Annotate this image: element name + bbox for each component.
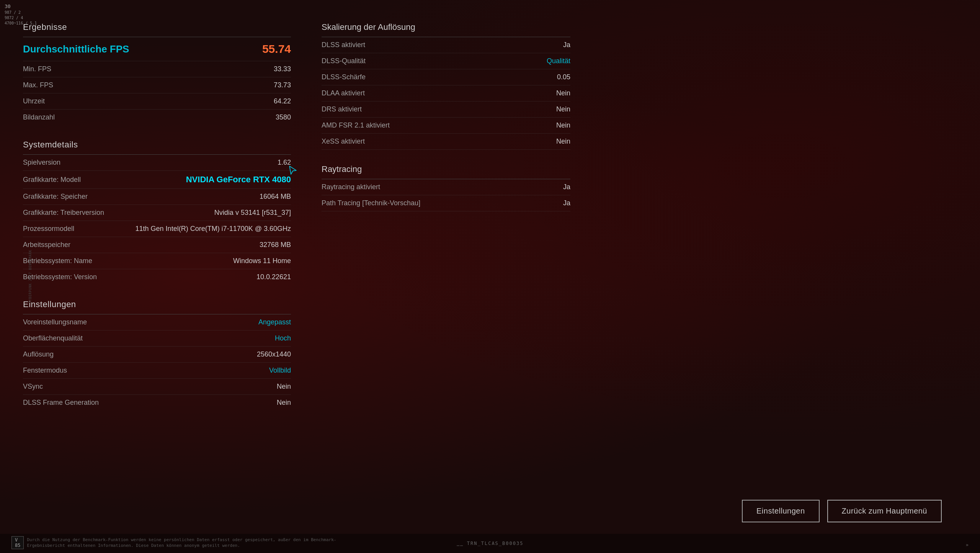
hud-line2: 9872 / 4 bbox=[5, 15, 37, 21]
bildanzahl-label: Bildanzahl bbox=[23, 113, 55, 121]
bildanzahl-value: 3580 bbox=[276, 113, 291, 121]
voreinstellung-value: Angepasst bbox=[258, 318, 291, 326]
resolution-value: 2560x1440 bbox=[257, 350, 291, 358]
os-name-label: Betriebssystem: Name bbox=[23, 257, 92, 265]
os-version-row: Betriebssystem: Version 10.0.22621 bbox=[23, 269, 291, 285]
bildanzahl-row: Bildanzahl 3580 bbox=[23, 110, 291, 125]
bottom-center-id: ⎯⎯ TRN_TLCAS_B00035 bbox=[457, 541, 524, 546]
disclaimer-text: Durch die Nutzung der Benchmark-Funktion… bbox=[27, 537, 371, 549]
os-version-value: 10.0.22621 bbox=[256, 273, 291, 281]
dlss-qualitat-value: Qualität bbox=[547, 57, 570, 65]
dlss-aktiv-value: Ja bbox=[563, 41, 570, 49]
side-decoration-text: CYBERPUNK 2077 BENCHMARK bbox=[29, 250, 32, 303]
fsr-aktiv-label: AMD FSR 2.1 aktiviert bbox=[322, 121, 390, 129]
dlss-frame-gen-label: DLSS Frame Generation bbox=[23, 399, 99, 407]
gpu-model-row: Grafikkarte: Modell NVIDIA GeForce RTX 4… bbox=[23, 171, 291, 189]
ram-label: Arbeitsspeicher bbox=[23, 241, 70, 249]
vsync-value: Nein bbox=[277, 383, 291, 391]
dlss-scharfe-label: DLSS-Schärfe bbox=[322, 73, 366, 81]
os-name-row: Betriebssystem: Name Windows 11 Home bbox=[23, 253, 291, 269]
raytracing-rows: Raytracing aktiviert Ja Path Tracing [Te… bbox=[322, 179, 570, 211]
surface-quality-row: Oberflächenqualität Hoch bbox=[23, 330, 291, 347]
uhrzeit-label: Uhrzeit bbox=[23, 97, 45, 105]
gpu-driver-value: Nvidia v 53141 [r531_37] bbox=[214, 209, 291, 217]
system-rows: Spielversion 1.62 Grafikkarte: Modell NV… bbox=[23, 155, 291, 285]
surface-quality-value: Hoch bbox=[275, 334, 291, 342]
hud-fps: 30 bbox=[5, 3, 37, 10]
dlaa-aktiv-label: DLAA aktiviert bbox=[322, 89, 365, 97]
gpu-model-value: NVIDIA GeForce RTX 4080 bbox=[186, 175, 291, 185]
gpu-mem-row: Grafikkarte: Speicher 16064 MB bbox=[23, 189, 291, 205]
window-mode-row: Fenstermodus Vollbild bbox=[23, 363, 291, 379]
dlss-aktiv-label: DLSS aktiviert bbox=[322, 41, 365, 49]
window-mode-label: Fenstermodus bbox=[23, 366, 67, 375]
surface-quality-label: Oberflächenqualität bbox=[23, 334, 83, 342]
drs-aktiv-row: DRS aktiviert Nein bbox=[322, 101, 570, 118]
avg-fps-label: Durchschnittliche FPS bbox=[23, 43, 129, 55]
einstellungen-header: Einstellungen bbox=[23, 293, 291, 314]
xess-aktiv-row: XeSS aktiviert Nein bbox=[322, 134, 570, 150]
avg-fps-value: 55.74 bbox=[262, 43, 291, 56]
gpu-mem-label: Grafikkarte: Speicher bbox=[23, 193, 88, 201]
gpu-mem-value: 16064 MB bbox=[260, 193, 291, 201]
hud-line1: 987 / 2 bbox=[5, 10, 37, 15]
dlaa-aktiv-row: DLAA aktiviert Nein bbox=[322, 85, 570, 101]
avg-fps-row: Durchschnittliche FPS 55.74 bbox=[23, 37, 291, 61]
dlss-qualitat-row: DLSS-Qualität Qualität bbox=[322, 53, 570, 69]
resolution-row: Auflösung 2560x1440 bbox=[23, 347, 291, 363]
rt-aktiv-label: Raytracing aktiviert bbox=[322, 183, 380, 191]
rt-aktiv-row: Raytracing aktiviert Ja bbox=[322, 179, 570, 195]
dlss-frame-gen-value: Nein bbox=[277, 399, 291, 407]
hud-line3: 4700~116 / 5.1 bbox=[5, 21, 37, 26]
min-fps-value: 33.33 bbox=[274, 65, 291, 73]
ram-row: Arbeitsspeicher 32768 MB bbox=[23, 237, 291, 253]
os-name-value: Windows 11 Home bbox=[233, 257, 291, 265]
skalierung-header: Skalierung der Auflösung bbox=[322, 15, 570, 37]
cpu-label: Prozessormodell bbox=[23, 225, 74, 233]
skalierung-rows: DLSS aktiviert Ja DLSS-Qualität Qualität… bbox=[322, 37, 570, 150]
cpu-row: Prozessormodell 11th Gen Intel(R) Core(T… bbox=[23, 221, 291, 237]
max-fps-label: Max. FPS bbox=[23, 81, 53, 89]
systemdetails-header: Systemdetails bbox=[23, 133, 291, 155]
left-panel: Ergebnisse Durchschnittliche FPS 55.74 M… bbox=[23, 11, 291, 542]
hauptmenu-button[interactable]: Zurück zum Hauptmenü bbox=[827, 500, 942, 522]
xess-aktiv-value: Nein bbox=[556, 137, 570, 146]
resolution-label: Auflösung bbox=[23, 350, 54, 358]
min-fps-label: Min. FPS bbox=[23, 65, 51, 73]
xess-aktiv-label: XeSS aktiviert bbox=[322, 137, 365, 146]
cpu-value: 11th Gen Intel(R) Core(TM) i7-11700K @ 3… bbox=[136, 225, 291, 233]
bottom-bar: V85 Durch die Nutzung der Benchmark-Funk… bbox=[0, 534, 980, 553]
hud-overlay: 30 987 / 2 9872 / 4 4700~116 / 5.1 bbox=[0, 0, 41, 29]
vsync-label: VSync bbox=[23, 383, 43, 391]
max-fps-row: Max. FPS 73.73 bbox=[23, 77, 291, 93]
gpu-model-label: Grafikkarte: Modell bbox=[23, 176, 81, 184]
dlss-scharfe-value: 0.05 bbox=[557, 73, 570, 81]
voreinstellung-row: Voreinstellungsname Angepasst bbox=[23, 314, 291, 330]
einstellungen-rows: Voreinstellungsname Angepasst Oberfläche… bbox=[23, 314, 291, 411]
ram-value: 32768 MB bbox=[260, 241, 291, 249]
dlss-aktiv-row: DLSS aktiviert Ja bbox=[322, 37, 570, 53]
fsr-aktiv-value: Nein bbox=[556, 121, 570, 129]
path-tracing-row: Path Tracing [Technik-Vorschau] Ja bbox=[322, 195, 570, 211]
drs-aktiv-value: Nein bbox=[556, 105, 570, 113]
min-fps-row: Min. FPS 33.33 bbox=[23, 61, 291, 77]
gpu-driver-label: Grafikkarte: Treiberversion bbox=[23, 209, 104, 217]
spielversion-row: Spielversion 1.62 bbox=[23, 155, 291, 171]
raytracing-header: Raytracing bbox=[322, 157, 570, 179]
dlss-frame-gen-row: DLSS Frame Generation Nein bbox=[23, 395, 291, 411]
version-box: V85 bbox=[11, 536, 24, 549]
drs-aktiv-label: DRS aktiviert bbox=[322, 105, 362, 113]
uhrzeit-value: 64.22 bbox=[274, 97, 291, 105]
path-tracing-value: Ja bbox=[563, 199, 570, 207]
ergebnisse-header: Ergebnisse bbox=[23, 15, 291, 37]
path-tracing-label: Path Tracing [Technik-Vorschau] bbox=[322, 199, 420, 207]
version-badge: V85 Durch die Nutzung der Benchmark-Funk… bbox=[11, 536, 371, 549]
right-panel: Skalierung der Auflösung DLSS aktiviert … bbox=[322, 11, 570, 542]
bottom-right-text: » bbox=[966, 542, 969, 548]
voreinstellung-label: Voreinstellungsname bbox=[23, 318, 87, 326]
dlaa-aktiv-value: Nein bbox=[556, 89, 570, 97]
dlss-scharfe-row: DLSS-Schärfe 0.05 bbox=[322, 69, 570, 85]
gpu-driver-row: Grafikkarte: Treiberversion Nvidia v 531… bbox=[23, 205, 291, 221]
einstellungen-button[interactable]: Einstellungen bbox=[742, 500, 820, 522]
uhrzeit-row: Uhrzeit 64.22 bbox=[23, 93, 291, 110]
